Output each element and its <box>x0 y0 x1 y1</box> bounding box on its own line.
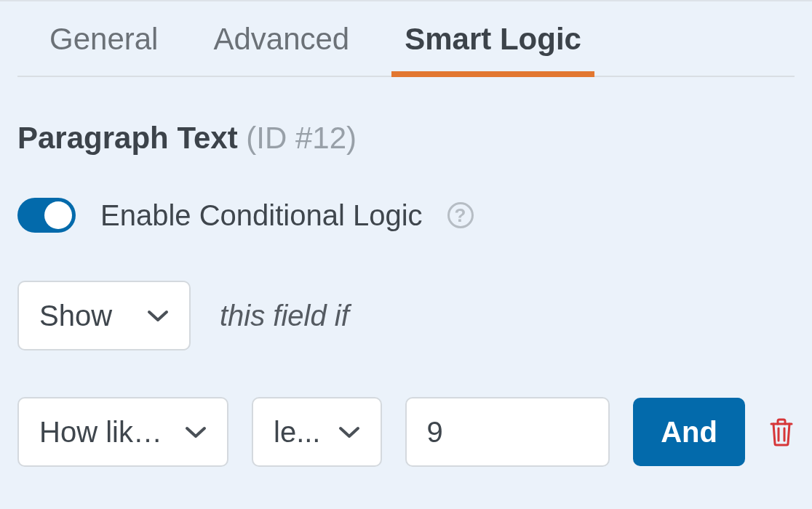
field-heading: Paragraph Text (ID #12) <box>17 121 795 156</box>
toggle-knob <box>44 201 72 229</box>
rule-value-text: 9 <box>427 416 443 449</box>
and-button[interactable]: And <box>633 398 745 466</box>
chevron-down-icon <box>147 309 169 322</box>
rule-operator-value: le... <box>274 416 338 449</box>
this-field-if-label: this field if <box>220 300 349 332</box>
delete-rule-button[interactable] <box>768 417 795 446</box>
tabs-bar: General Advanced Smart Logic <box>17 1 795 77</box>
conditional-logic-toggle[interactable] <box>17 198 76 233</box>
field-title: Paragraph Text <box>17 121 238 155</box>
rule-operator-select[interactable]: le... <box>252 397 382 467</box>
tab-general[interactable]: General <box>44 16 164 76</box>
tab-advanced[interactable]: Advanced <box>207 16 355 76</box>
rule-value-input[interactable]: 9 <box>405 397 610 467</box>
show-hide-value: Show <box>39 300 147 332</box>
show-hide-select[interactable]: Show <box>17 281 191 350</box>
tab-smart-logic[interactable]: Smart Logic <box>399 16 587 76</box>
rule-field-select[interactable]: How like... <box>17 397 228 467</box>
chevron-down-icon <box>185 425 207 438</box>
rule-field-value: How like... <box>39 416 185 449</box>
conditional-logic-label: Enable Conditional Logic <box>100 199 423 232</box>
field-id-label: (ID #12) <box>246 121 357 155</box>
help-icon[interactable]: ? <box>447 202 474 228</box>
trash-icon <box>768 417 795 446</box>
chevron-down-icon <box>338 425 360 438</box>
